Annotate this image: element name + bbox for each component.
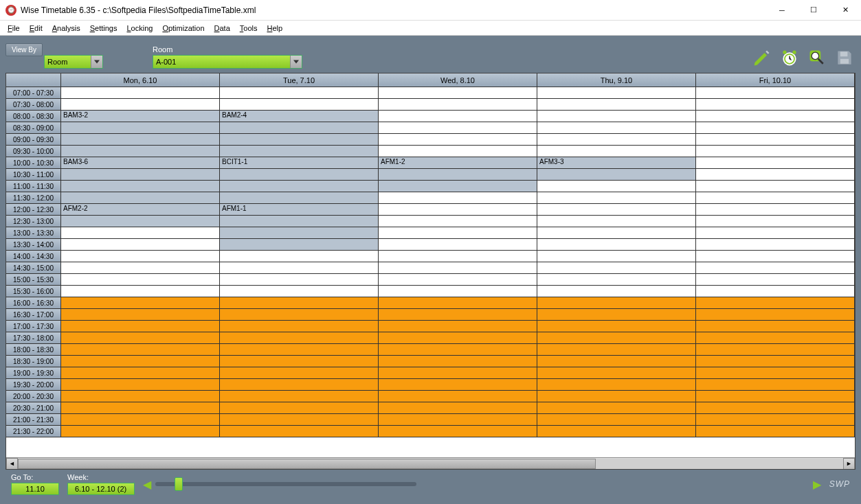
grid-cell[interactable] [61,216,220,227]
scroll-right-icon[interactable]: ► [843,458,855,470]
grid-cell[interactable] [61,379,220,390]
grid-cell[interactable]: BAM3-6 [61,157,220,168]
grid-cell[interactable] [61,274,220,285]
grid-cell[interactable] [220,379,379,390]
grid-cell[interactable] [696,111,855,122]
grid-cell[interactable]: BCIT1-1 [220,157,379,168]
grid-cell[interactable] [537,274,696,285]
grid-cell[interactable] [537,192,696,203]
grid-cell[interactable]: AFM2-2 [61,204,220,215]
grid-cell[interactable] [537,297,696,308]
scroll-track[interactable] [18,459,843,469]
grid-cell[interactable] [379,356,537,367]
grid-cell[interactable] [220,356,379,367]
grid-cell[interactable] [696,286,855,297]
view-by-dropdown[interactable]: Room [44,55,103,69]
grid-cell[interactable] [696,344,855,355]
grid-cell[interactable] [379,414,537,425]
grid-cell[interactable] [61,169,220,180]
grid-cell[interactable] [379,227,537,238]
grid-cell[interactable] [220,402,379,413]
grid-cell[interactable] [379,216,537,227]
horizontal-scrollbar[interactable]: ◄ ► [6,457,855,469]
grid-cell[interactable] [61,414,220,425]
grid-cell[interactable] [537,134,696,145]
grid-cell[interactable] [220,227,379,238]
grid-cell[interactable] [537,402,696,413]
grid-cell[interactable] [61,321,220,332]
grid-cell[interactable] [220,99,379,110]
grid-cell[interactable]: BAM3-2 [61,111,220,122]
grid-cell[interactable] [220,134,379,145]
grid-cell[interactable] [61,192,220,203]
grid-cell[interactable] [379,146,537,157]
grid-cell[interactable]: AFM3-3 [537,157,696,168]
grid-cell[interactable] [220,239,379,250]
grid-cell[interactable] [696,356,855,367]
grid-cell[interactable]: BAM2-4 [220,111,379,122]
grid-cell[interactable] [220,274,379,285]
grid-cell[interactable] [61,146,220,157]
menu-locking[interactable]: Locking [122,23,157,34]
grid-cell[interactable] [379,344,537,355]
grid-cell[interactable] [537,367,696,378]
grid-cell[interactable] [537,111,696,122]
grid-cell[interactable] [61,344,220,355]
grid-cell[interactable] [220,414,379,425]
menu-tools[interactable]: Tools [235,23,262,34]
grid-cell[interactable] [696,426,855,437]
grid-cell[interactable]: AFM1-2 [379,157,537,168]
grid-cell[interactable] [220,216,379,227]
grid-cell[interactable] [537,204,696,215]
grid-cell[interactable] [696,414,855,425]
week-value[interactable]: 6.10 - 12.10 (2) [67,483,135,495]
close-button[interactable]: ✕ [829,0,861,21]
grid-cell[interactable] [537,332,696,343]
grid-cell[interactable] [61,426,220,437]
grid-cell[interactable] [379,262,537,273]
grid-cell[interactable] [220,192,379,203]
grid-cell[interactable] [696,251,855,262]
grid-cell[interactable] [220,286,379,297]
grid-cell[interactable] [379,286,537,297]
grid-cell[interactable] [220,367,379,378]
slider-thumb[interactable] [175,477,183,491]
slider-track[interactable] [155,482,416,486]
scroll-left-icon[interactable]: ◄ [6,458,18,470]
grid-cell[interactable] [696,309,855,320]
grid-cell[interactable] [220,344,379,355]
grid-cell[interactable] [379,99,537,110]
save-icon[interactable] [834,47,856,69]
grid-cell[interactable] [379,402,537,413]
grid-cell[interactable] [696,87,855,98]
grid-cell[interactable] [537,251,696,262]
grid-cell[interactable] [61,251,220,262]
grid-cell[interactable] [379,332,537,343]
grid-cell[interactable] [61,227,220,238]
grid-cell[interactable] [696,379,855,390]
minimize-button[interactable]: ─ [766,0,798,21]
grid-cell[interactable] [61,262,220,273]
grid-cell[interactable] [220,169,379,180]
grid-cell[interactable] [696,321,855,332]
grid-cell[interactable] [696,134,855,145]
clock-icon[interactable] [779,47,801,69]
grid-cell[interactable] [537,391,696,402]
grid-cell[interactable] [537,87,696,98]
grid-cell[interactable] [696,332,855,343]
grid-cell[interactable] [537,356,696,367]
edit-icon[interactable] [751,47,773,69]
grid-cell[interactable] [537,181,696,192]
menu-edit[interactable]: Edit [25,23,47,34]
grid-cell[interactable] [379,426,537,437]
menu-file[interactable]: File [3,23,25,34]
grid-cell[interactable] [379,391,537,402]
grid-cell[interactable] [537,216,696,227]
grid-cell[interactable] [537,344,696,355]
grid-cell[interactable] [537,262,696,273]
search-icon[interactable] [806,47,828,69]
grid-cell[interactable] [696,262,855,273]
grid-cell[interactable] [61,134,220,145]
grid-cell[interactable] [696,181,855,192]
grid-cell[interactable] [696,216,855,227]
